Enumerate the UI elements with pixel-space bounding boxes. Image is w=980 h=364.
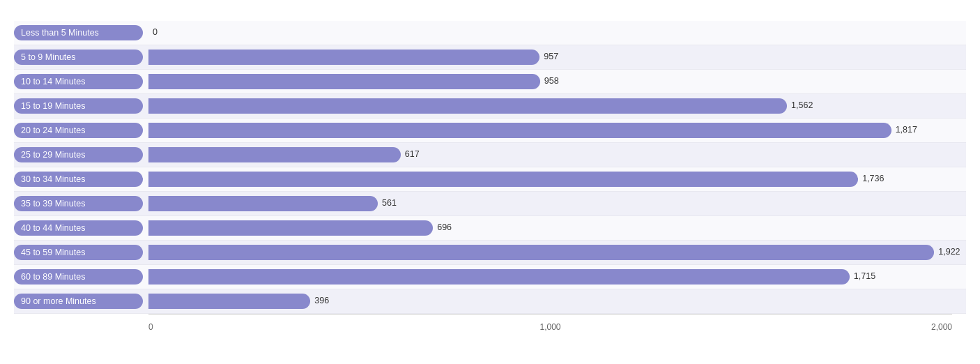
bar-label: 90 or more Minutes — [14, 294, 143, 309]
bar-track: 1,736 — [148, 172, 966, 187]
bar-fill — [148, 294, 310, 309]
bar-fill — [148, 245, 934, 260]
bar-label: 40 to 44 Minutes — [14, 220, 143, 236]
bar-fill — [148, 172, 858, 187]
x-tick-2000: 2,000 — [931, 322, 952, 332]
bar-value: 1,817 — [896, 125, 917, 135]
bar-label: 5 to 9 Minutes — [14, 50, 143, 65]
bar-value: 396 — [314, 296, 329, 305]
x-tick-0: 0 — [148, 322, 153, 332]
bar-track: 561 — [148, 196, 966, 211]
bar-row: 20 to 24 Minutes1,817 — [14, 119, 966, 143]
bar-track: 0 — [148, 25, 966, 40]
bar-value: 1,562 — [791, 100, 813, 110]
bar-row: 10 to 14 Minutes958 — [14, 70, 966, 94]
bar-label: 45 to 59 Minutes — [14, 245, 143, 260]
bar-row: 30 to 34 Minutes1,736 — [14, 167, 966, 192]
bars-area: Less than 5 Minutes05 to 9 Minutes95710 … — [14, 21, 966, 314]
bar-track: 1,562 — [148, 98, 966, 114]
bar-value: 617 — [405, 149, 420, 159]
bar-value: 696 — [437, 222, 452, 232]
bar-fill — [148, 74, 540, 89]
bar-label: Less than 5 Minutes — [14, 25, 143, 40]
bar-value: 1,922 — [938, 247, 960, 257]
bar-value: 1,736 — [862, 174, 884, 183]
bar-label: 60 to 89 Minutes — [14, 269, 143, 285]
bar-row: 5 to 9 Minutes957 — [14, 45, 966, 70]
x-axis: 0 1,000 2,000 — [148, 314, 952, 335]
bar-value: 1,715 — [854, 271, 875, 281]
bar-row: Less than 5 Minutes0 — [14, 21, 966, 45]
bar-row: 40 to 44 Minutes696 — [14, 216, 966, 241]
bar-row: 90 or more Minutes396 — [14, 289, 966, 314]
bar-row: 35 to 39 Minutes561 — [14, 192, 966, 216]
bar-label: 30 to 34 Minutes — [14, 172, 143, 187]
chart-container: Less than 5 Minutes05 to 9 Minutes95710 … — [0, 0, 980, 364]
bar-value: 958 — [544, 76, 559, 86]
bar-fill — [148, 196, 378, 211]
bar-track: 957 — [148, 50, 966, 65]
bar-track: 1,715 — [148, 269, 966, 285]
bar-value: 0 — [153, 27, 158, 37]
bar-label: 10 to 14 Minutes — [14, 74, 143, 89]
bar-row: 15 to 19 Minutes1,562 — [14, 94, 966, 119]
bar-label: 25 to 29 Minutes — [14, 147, 143, 162]
bar-label: 15 to 19 Minutes — [14, 98, 143, 114]
x-tick-1000: 1,000 — [539, 322, 560, 332]
bar-track: 958 — [148, 74, 966, 89]
bar-track: 396 — [148, 294, 966, 309]
bar-fill — [148, 123, 891, 138]
bar-label: 20 to 24 Minutes — [14, 123, 143, 138]
bar-label: 35 to 39 Minutes — [14, 196, 143, 211]
bar-fill — [148, 269, 850, 285]
bar-track: 696 — [148, 220, 966, 236]
bar-fill — [148, 220, 433, 236]
bar-value: 957 — [544, 52, 558, 61]
bar-fill — [148, 98, 787, 114]
bar-row: 60 to 89 Minutes1,715 — [14, 265, 966, 289]
bar-track: 1,817 — [148, 123, 966, 138]
bar-track: 617 — [148, 147, 966, 162]
bar-fill — [148, 147, 401, 162]
bar-fill — [148, 50, 539, 65]
bar-track: 1,922 — [148, 245, 966, 260]
bar-row: 45 to 59 Minutes1,922 — [14, 241, 966, 265]
bar-row: 25 to 29 Minutes617 — [14, 143, 966, 167]
bar-value: 561 — [382, 198, 397, 208]
